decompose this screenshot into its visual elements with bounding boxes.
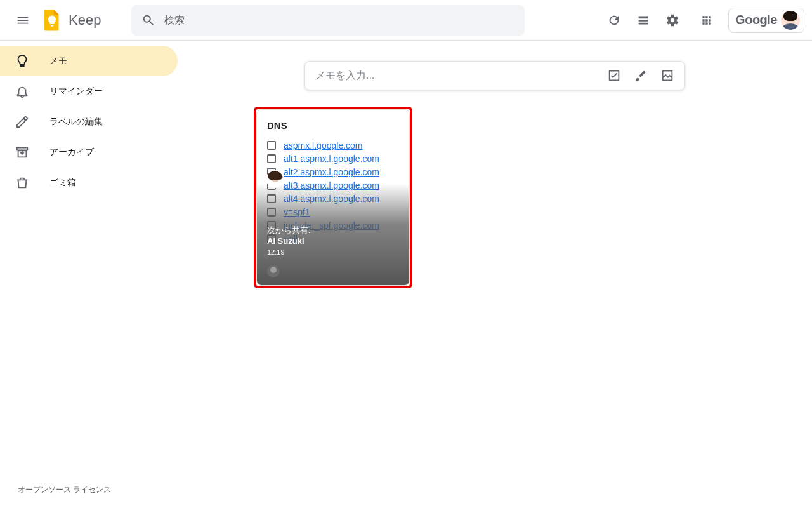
checkbox-icon[interactable] xyxy=(267,141,276,150)
new-drawing-button[interactable] xyxy=(634,69,648,83)
account-chip[interactable]: Google xyxy=(728,8,804,33)
app-logo[interactable]: Keep xyxy=(41,9,101,32)
image-icon xyxy=(660,69,674,83)
checklist-link[interactable]: alt1.aspmx.l.google.com xyxy=(284,154,379,164)
main-area: メモを入力... DNS aspmx.l.google.com alt1.asp… xyxy=(178,41,812,508)
checklist-link[interactable]: alt3.aspmx.l.google.com xyxy=(284,180,379,190)
checkbox-icon[interactable] xyxy=(267,208,276,217)
checklist-item[interactable]: aspmx.l.google.com xyxy=(267,140,399,150)
checklist-item[interactable]: alt2.aspmx.l.google.com xyxy=(267,167,399,177)
app-name: Keep xyxy=(69,12,101,29)
note-composer[interactable]: メモを入力... xyxy=(304,61,685,90)
checkbox-icon[interactable] xyxy=(267,154,276,163)
sidebar-item-label: アーカイブ xyxy=(49,147,94,158)
composer-placeholder: メモを入力... xyxy=(315,69,599,83)
refresh-button[interactable] xyxy=(601,8,627,33)
new-list-button[interactable] xyxy=(607,69,621,83)
keep-logo-icon xyxy=(41,9,63,32)
sidebar-item-label: リマインダー xyxy=(49,86,103,97)
search-icon xyxy=(141,13,155,27)
bell-icon xyxy=(15,84,29,98)
checklist-link[interactable]: alt2.aspmx.l.google.com xyxy=(284,167,379,177)
archive-icon xyxy=(15,145,29,159)
note-card[interactable]: DNS aspmx.l.google.com alt1.aspmx.l.goog… xyxy=(256,109,410,286)
settings-button[interactable] xyxy=(660,8,685,33)
google-apps-button[interactable] xyxy=(694,8,719,33)
apps-grid-icon xyxy=(700,14,713,27)
checklist-item[interactable]: alt4.aspmx.l.google.com xyxy=(267,194,399,204)
search-bar[interactable] xyxy=(131,5,525,36)
sidebar-item-archive[interactable]: アーカイブ xyxy=(0,137,178,168)
sidebar-item-label: ゴミ箱 xyxy=(49,177,76,189)
hamburger-icon xyxy=(16,13,30,27)
checklist-link[interactable]: aspmx.l.google.com xyxy=(284,140,363,150)
collaborator-avatar xyxy=(267,265,280,277)
brush-icon xyxy=(634,69,648,83)
search-input[interactable] xyxy=(163,14,514,27)
sidebar-item-trash[interactable]: ゴミ箱 xyxy=(0,168,178,198)
checklist-item[interactable]: alt1.aspmx.l.google.com xyxy=(267,154,399,164)
list-view-button[interactable] xyxy=(631,8,656,33)
header-actions: Google xyxy=(601,8,804,33)
pencil-icon xyxy=(15,115,29,129)
app-header: Keep Google xyxy=(0,0,812,41)
shared-by-avatar xyxy=(266,170,284,188)
google-logo-text: Google xyxy=(735,13,777,27)
shared-by-name: Ai Suzuki xyxy=(267,236,399,246)
checklist-item[interactable]: alt3.aspmx.l.google.com xyxy=(267,180,399,190)
sidebar-item-edit-labels[interactable]: ラベルの編集 xyxy=(0,107,178,137)
checklist-link[interactable]: alt4.aspmx.l.google.com xyxy=(284,194,379,204)
refresh-icon xyxy=(607,13,621,27)
shared-time: 12:19 xyxy=(267,248,399,256)
list-view-icon xyxy=(636,13,650,27)
main-menu-button[interactable] xyxy=(10,8,36,33)
composer-actions xyxy=(607,69,674,83)
note-shared-overlay: 次から共有: Ai Suzuki 12:19 xyxy=(257,216,409,285)
sidebar-item-label: メモ xyxy=(49,55,67,67)
checkbox-icon xyxy=(607,69,621,83)
shared-from-label: 次から共有: xyxy=(267,225,399,236)
account-avatar xyxy=(781,11,800,30)
annotation-highlight-box: DNS aspmx.l.google.com alt1.aspmx.l.goog… xyxy=(254,107,412,288)
new-image-note-button[interactable] xyxy=(660,69,674,83)
checkbox-icon[interactable] xyxy=(267,194,276,203)
sidebar-item-notes[interactable]: メモ xyxy=(0,46,178,76)
sidebar-item-reminders[interactable]: リマインダー xyxy=(0,76,178,107)
open-source-licenses-link[interactable]: オープンソース ライセンス xyxy=(18,485,111,495)
note-title: DNS xyxy=(257,110,409,137)
gear-icon xyxy=(665,13,679,27)
lightbulb-icon xyxy=(15,54,29,68)
sidebar: メモ リマインダー ラベルの編集 アーカイブ ゴミ箱 オープンソース ライセンス xyxy=(0,41,178,508)
trash-icon xyxy=(15,176,29,190)
sidebar-item-label: ラベルの編集 xyxy=(49,116,103,128)
